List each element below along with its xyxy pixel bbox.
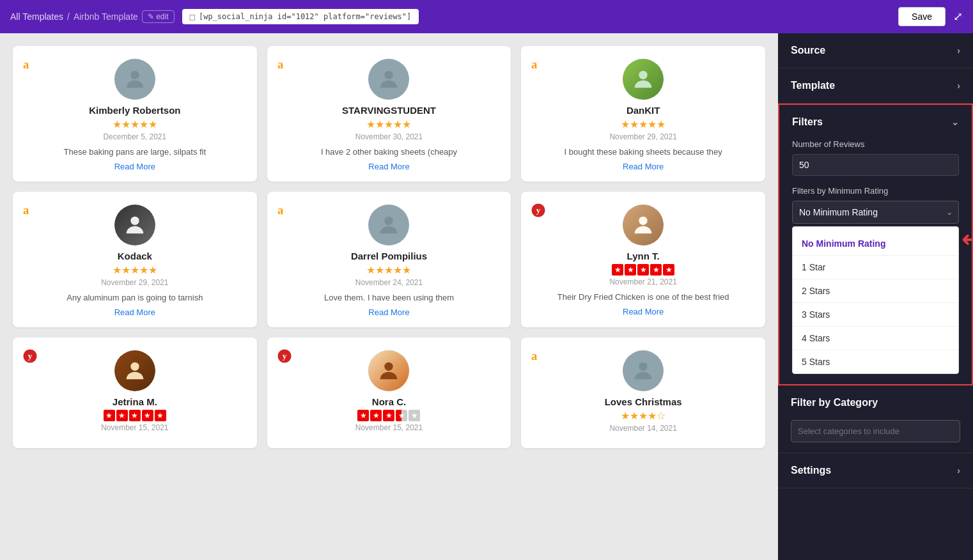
svg-point-18 [385,362,393,371]
read-more-link[interactable]: Read More [368,307,409,317]
star-box: ★ [663,264,674,276]
edit-badge[interactable]: ✎ edit [142,10,175,23]
reviewer-name: Lynn T. [627,251,660,261]
dropdown-panel: No Minimum Rating 1 Star 2 Stars 3 Stars… [792,226,959,374]
review-card: a Loves Christmas ★★★★☆ November 14, 202… [521,338,765,448]
read-more-link[interactable]: Read More [114,307,155,317]
yelp-icon: y [23,349,37,366]
yelp-icon: y [531,203,545,221]
review-date: November 14, 2021 [609,424,676,433]
person-icon [122,358,148,384]
svg-text:a: a [277,58,284,71]
sidebar-section-source: Source › [778,33,973,68]
dropdown-option-1-star[interactable]: 1 Star [793,255,958,279]
star-rating: ★★★★★ [113,264,157,276]
star-box-half: ★ [396,410,407,421]
sidebar-section-filters: Filters ⌄ Number of Reviews Filters by M… [778,104,973,385]
reviewer-name: Kimberly Robertson [89,105,180,116]
avatar [114,350,155,391]
star-box: ★ [116,410,128,421]
read-more-link[interactable]: Read More [623,307,664,316]
svg-text:a: a [277,203,284,217]
dropdown-option-5-stars[interactable]: 5 Stars [793,350,958,373]
num-reviews-input[interactable] [792,154,959,176]
svg-text:a: a [23,203,29,217]
star-box: ★ [650,264,662,276]
category-header[interactable]: Filter by Category [778,385,973,420]
svg-point-15 [130,362,139,371]
svg-text:a: a [23,58,29,71]
star-rating: ★★★★☆ [621,410,666,422]
dropdown-option-4-stars[interactable]: 4 Stars [793,326,958,350]
read-more-link[interactable]: Read More [368,162,409,171]
settings-label: Settings [791,465,831,476]
avatar [114,59,155,100]
person-icon [376,358,401,384]
expand-button[interactable]: ⤢ [953,10,963,24]
amazon-icon: a [531,348,549,369]
red-arrow-indicator: ➜ [961,227,973,251]
reviewer-name: Loves Christmas [605,396,682,407]
avatar [623,59,664,100]
review-card: a Kodack ★★★★★ November 29, 2021 Any alu… [13,192,257,327]
star-rating-red: ★★★★★ [612,264,674,276]
star-rating-red-partial: ★★★★★ [357,410,420,421]
review-date: November 29, 2021 [609,132,676,141]
sidebar-section-template: Template › [778,68,973,104]
svg-point-12 [639,217,647,225]
settings-header[interactable]: Settings › [778,453,973,488]
svg-point-1 [130,71,139,79]
review-date: December 5, 2021 [103,132,166,141]
filters-body: Number of Reviews Filters by Minimum Rat… [779,139,972,384]
shortcode-icon: □ [190,12,195,22]
star-box: ★ [625,264,636,276]
amazon-icon: a [277,202,295,223]
person-icon [630,358,656,384]
review-text: Their Dry Fried Chicken is one of the be… [557,292,729,303]
dropdown-option-2-stars[interactable]: 2 Stars [793,279,958,302]
filters-chevron: ⌄ [951,117,959,127]
dropdown-option-3-stars[interactable]: 3 Stars [793,302,958,326]
save-button[interactable]: Save [898,7,946,26]
main-layout: a Kimberly Robertson ★★★★★ December 5, 2… [0,33,973,560]
source-label: Source [791,45,825,56]
reviewer-name: Darrel Pompilius [351,251,427,261]
read-more-link[interactable]: Read More [623,162,664,171]
dropdown-option-no-min[interactable]: No Minimum Rating [793,232,958,255]
source-header[interactable]: Source › [778,33,973,68]
filters-header[interactable]: Filters ⌄ [779,105,972,139]
category-label: Filter by Category [791,397,878,408]
template-header[interactable]: Template › [778,68,973,103]
review-text: I have 2 other baking sheets (cheapy [321,146,457,158]
breadcrumb-all-templates[interactable]: All Templates [10,12,63,22]
svg-point-9 [385,217,393,225]
star-box: ★ [129,410,141,421]
person-icon [376,212,401,238]
person-icon [630,66,656,92]
person-icon [376,66,401,92]
svg-point-3 [385,71,393,79]
dropdown-arrow [871,226,881,227]
star-box: ★ [370,410,382,421]
avatar [623,205,664,245]
review-text: I bought these baking sheets because the… [564,146,722,158]
template-label: Template [791,80,835,91]
reviewer-name: Jetrina M. [113,396,157,407]
review-card: y Jetrina M. ★★★★★ November 15, 2021 [13,338,257,448]
sidebar-section-settings: Settings › [778,453,973,488]
sidebar: Source › Template › Filters ⌄ Number of … [778,33,973,560]
category-input[interactable] [791,420,960,442]
review-card: a STARVINGSTUDENT ★★★★★ November 30, 202… [267,46,511,182]
read-more-link[interactable]: Read More [114,162,155,171]
amazon-icon: a [531,56,549,77]
filter-rating-select[interactable]: No Minimum Rating 1 Star 2 Stars 3 Stars… [792,201,959,224]
person-icon [122,212,148,238]
filter-rating-container: No Minimum Rating 1 Star 2 Stars 3 Stars… [792,201,959,374]
review-text: These baking pans are large, silpats fit [64,146,206,158]
review-date: November 15, 2021 [101,423,168,432]
review-date: November 21, 2021 [609,277,676,286]
svg-text:a: a [531,58,538,71]
svg-text:y: y [282,351,286,361]
star-rating-red: ★★★★★ [104,410,166,421]
star-rating: ★★★★★ [366,118,411,130]
